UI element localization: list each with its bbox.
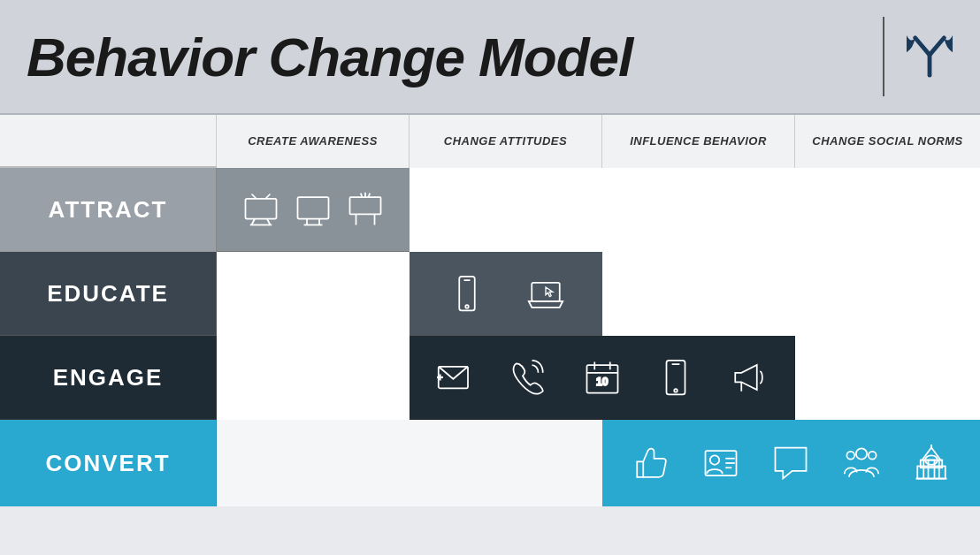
calendar-icon: 10 <box>584 359 621 396</box>
header-logo <box>883 17 953 96</box>
row-label-attract: ATTRACT <box>0 168 217 252</box>
smartphone-icon <box>448 275 486 312</box>
engage-norms-cell <box>795 336 980 420</box>
logo-icon <box>907 30 953 83</box>
educate-awareness-cell <box>217 252 410 336</box>
profile-card-icon <box>702 445 739 482</box>
convert-attitudes-cell <box>410 420 602 506</box>
svg-point-31 <box>674 389 678 392</box>
page-header: Behavior Change Model <box>0 0 980 115</box>
engage-attitudes-behavior-cell: 10 <box>410 336 795 420</box>
convert-behavior-norms-cell <box>602 420 980 506</box>
laptop-icon <box>527 275 564 312</box>
attract-behavior-cell <box>602 168 795 252</box>
row-label-engage: ENGAGE <box>0 336 217 420</box>
svg-point-38 <box>856 448 867 459</box>
svg-rect-7 <box>297 197 328 219</box>
monitor-icon <box>295 191 332 228</box>
chat-icon <box>772 445 809 482</box>
svg-line-2 <box>251 219 255 225</box>
email-icon <box>437 359 474 396</box>
capitol-icon <box>913 445 950 482</box>
educate-norms-cell <box>795 252 980 336</box>
svg-line-3 <box>267 219 271 225</box>
tv-icon <box>242 191 279 228</box>
row-label-educate: EDUCATE <box>0 252 217 336</box>
page-title: Behavior Change Model <box>27 26 632 88</box>
header-empty-cell <box>0 115 217 168</box>
svg-rect-11 <box>350 197 381 214</box>
convert-awareness-cell <box>217 420 410 506</box>
svg-text:10: 10 <box>596 376 609 388</box>
attract-attitudes-cell <box>410 168 602 252</box>
col-header-create-awareness: CREATE AWARENESS <box>217 115 410 168</box>
svg-point-39 <box>846 452 854 460</box>
thumbsup-icon <box>632 445 670 482</box>
col-header-change-attitudes: CHANGE ATTITUDES <box>410 115 602 168</box>
col-header-change-social: CHANGE SOCIAL NORMS <box>795 115 980 168</box>
billboard-icon <box>347 191 384 228</box>
engage-awareness-cell <box>217 336 410 420</box>
svg-point-40 <box>869 452 877 460</box>
behavior-grid: CREATE AWARENESS CHANGE ATTITUDES INFLUE… <box>0 115 980 555</box>
svg-rect-1 <box>245 199 276 219</box>
attract-awareness-cell <box>217 168 410 252</box>
row-label-convert: CONVERT <box>0 420 217 506</box>
mobile-icon <box>657 359 694 396</box>
svg-point-18 <box>465 305 469 308</box>
megaphone-icon <box>731 359 768 396</box>
phone-call-icon <box>510 359 547 396</box>
attract-norms-cell <box>795 168 980 252</box>
col-header-influence-behavior: INFLUENCE BEHAVIOR <box>602 115 795 168</box>
educate-attitudes-cell <box>410 252 602 336</box>
svg-point-34 <box>710 455 720 465</box>
group-icon <box>843 445 880 482</box>
educate-behavior-cell <box>602 252 795 336</box>
